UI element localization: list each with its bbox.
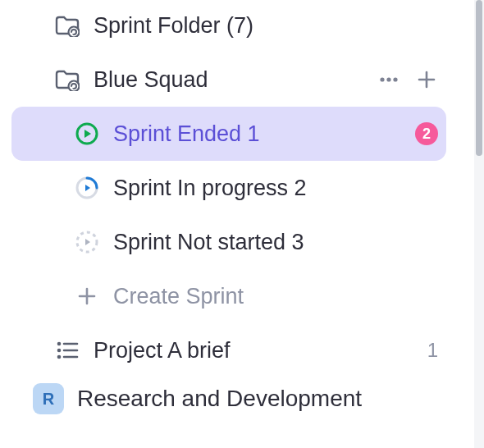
item-count: 1	[427, 339, 438, 362]
sprint-folder-icon	[53, 11, 82, 40]
sidebar-tree: Sprint Folder (6) Sprint Folder (7) Blue…	[0, 0, 461, 415]
svg-marker-11	[85, 185, 90, 191]
tree-item-sprint-ended-1[interactable]: Sprint Ended 1 2	[11, 107, 446, 161]
tree-item-sprint-not-started-3[interactable]: Sprint Not started 3	[11, 215, 446, 269]
tree-item-label: Sprint In progress 2	[113, 176, 307, 201]
tree-item-label: Blue Squad	[94, 67, 208, 93]
tree-item-label: Sprint Ended 1	[113, 121, 260, 147]
svg-point-2	[69, 81, 80, 92]
sprint-not-started-icon	[72, 227, 102, 257]
more-actions-button[interactable]	[377, 68, 400, 91]
sprint-folder-icon	[53, 65, 82, 94]
svg-point-16	[57, 342, 62, 346]
svg-point-18	[57, 349, 62, 353]
svg-marker-9	[84, 130, 91, 138]
svg-marker-13	[85, 239, 90, 245]
tree-item-sprint-folder-7[interactable]: Sprint Folder (7)	[11, 0, 446, 53]
svg-point-5	[393, 77, 397, 81]
space-avatar: R	[33, 383, 64, 414]
tree-item-label: Sprint Folder (7)	[94, 13, 253, 39]
tree-item-label: Research and Development	[77, 386, 362, 412]
tree-item-sprint-in-progress-2[interactable]: Sprint In progress 2	[11, 161, 446, 215]
tree-item-research-and-development[interactable]: R Research and Development	[11, 382, 446, 415]
plus-icon	[72, 281, 102, 311]
notification-badge: 2	[415, 122, 438, 145]
tree-item-project-a-brief[interactable]: Project A brief 1	[11, 323, 446, 377]
add-item-button[interactable]	[415, 68, 438, 91]
create-sprint-button[interactable]: Create Sprint	[11, 269, 446, 323]
sprint-ended-icon	[72, 119, 102, 149]
scrollbar[interactable]	[474, 0, 484, 448]
sprint-in-progress-icon	[72, 173, 102, 203]
svg-point-3	[380, 77, 384, 81]
tree-item-label: Sprint Not started 3	[113, 230, 304, 255]
list-icon	[53, 336, 82, 365]
svg-point-20	[57, 355, 62, 359]
tree-item-blue-squad[interactable]: Blue Squad	[11, 53, 446, 107]
svg-point-1	[69, 27, 80, 38]
tree-item-label: Project A brief	[94, 338, 231, 363]
svg-point-4	[386, 77, 390, 81]
scrollbar-thumb[interactable]	[476, 0, 482, 156]
create-sprint-label: Create Sprint	[113, 284, 244, 309]
